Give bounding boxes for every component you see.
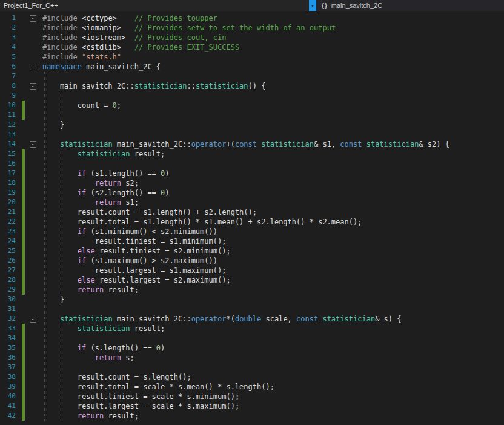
code-text[interactable]: statistician main_savitch_2C::operator+(… — [39, 139, 504, 149]
change-bar-gutter — [21, 149, 27, 159]
code-text[interactable]: } — [39, 120, 504, 130]
line-number: 14 — [0, 139, 21, 149]
code-text[interactable]: else result.tiniest = s2.minimum(); — [39, 246, 504, 256]
fold-gutter — [27, 33, 39, 42]
code-line: 29 return result; — [0, 285, 504, 295]
code-text[interactable]: #include "stats.h" — [39, 52, 504, 62]
code-text[interactable]: result.tiniest = scale * s.minimum(); — [39, 392, 504, 401]
code-text[interactable]: result.count = s1.length() + s2.length()… — [39, 207, 504, 217]
change-bar-gutter — [21, 62, 27, 72]
fold-gutter — [27, 198, 39, 207]
code-line: 34 — [0, 333, 504, 343]
code-text[interactable]: return s1; — [39, 198, 504, 207]
code-text[interactable]: result.largest = s1.maximum(); — [39, 266, 504, 275]
code-text[interactable]: result.largest = scale * s.maximum(); — [39, 401, 504, 411]
fold-collapse-icon[interactable]: - — [30, 15, 36, 22]
change-indicator — [22, 256, 25, 266]
code-text[interactable]: result.total = scale * s.mean() * s.leng… — [39, 382, 504, 392]
fold-gutter — [27, 207, 39, 217]
line-number: 5 — [0, 52, 21, 62]
change-bar-gutter — [21, 392, 27, 401]
fold-gutter: - — [27, 314, 39, 324]
code-text[interactable] — [39, 304, 504, 314]
line-number: 23 — [0, 227, 21, 236]
code-text[interactable]: count = 0; — [39, 101, 504, 110]
code-text[interactable]: result.total = s1.length() * s1.mean() +… — [39, 217, 504, 227]
line-number: 17 — [0, 169, 21, 178]
line-number: 34 — [0, 333, 21, 343]
code-text[interactable] — [39, 91, 504, 101]
code-line: 17 if (s1.length() == 0) — [0, 169, 504, 178]
code-text[interactable]: return s2; — [39, 178, 504, 188]
change-indicator — [22, 101, 25, 110]
fold-gutter: - — [27, 62, 39, 72]
code-text[interactable]: if (s2.length() == 0) — [39, 188, 504, 198]
code-text[interactable]: statistician result; — [39, 324, 504, 333]
change-bar-gutter — [21, 382, 27, 392]
code-line: 35 if (s.length() == 0) — [0, 343, 504, 353]
scope-dropdown[interactable]: {} main_savitch_2C — [316, 0, 504, 11]
code-text[interactable]: if (s.length() == 0) — [39, 343, 504, 353]
code-text[interactable] — [39, 363, 504, 372]
fold-gutter — [27, 363, 39, 372]
code-line: 23 if (s1.minimum() < s2.minimum()) — [0, 227, 504, 236]
code-text[interactable]: #include <iomanip> // Provides setw to s… — [39, 23, 504, 33]
code-text[interactable]: return result; — [39, 285, 504, 295]
change-bar-gutter — [21, 23, 27, 33]
code-text[interactable] — [39, 72, 504, 81]
change-bar-gutter — [21, 227, 27, 236]
line-number: 22 — [0, 217, 21, 227]
code-text[interactable]: statistician main_savitch_2C::operator*(… — [39, 314, 504, 324]
code-text[interactable]: namespace main_savitch_2C { — [39, 62, 504, 72]
code-line: 22 result.total = s1.length() * s1.mean(… — [0, 217, 504, 227]
line-number: 19 — [0, 188, 21, 198]
document-tab[interactable]: Project1_For_C++ — [0, 0, 309, 11]
fold-gutter — [27, 343, 39, 353]
fold-gutter — [27, 275, 39, 285]
line-number: 28 — [0, 275, 21, 285]
code-text[interactable] — [39, 333, 504, 343]
change-indicator — [22, 275, 25, 285]
code-text[interactable]: #include <iostream> // Provides cout, ci… — [39, 33, 504, 42]
code-text[interactable]: if (s1.minimum() < s2.minimum()) — [39, 227, 504, 236]
change-bar-gutter — [21, 353, 27, 363]
fold-gutter — [27, 236, 39, 246]
code-text[interactable]: main_savitch_2C::statistician::statistic… — [39, 81, 504, 91]
code-text[interactable] — [39, 159, 504, 169]
code-text[interactable]: return s; — [39, 353, 504, 363]
line-number: 11 — [0, 110, 21, 120]
code-text[interactable]: if (s1.length() == 0) — [39, 169, 504, 178]
fold-gutter — [27, 401, 39, 411]
code-text[interactable] — [39, 130, 504, 139]
code-line: 19 if (s2.length() == 0) — [0, 188, 504, 198]
fold-collapse-icon[interactable]: - — [30, 316, 36, 323]
code-text[interactable]: #include <cctype> // Provides toupper — [39, 13, 504, 23]
change-bar-gutter — [21, 120, 27, 130]
code-text[interactable]: return result; — [39, 411, 504, 421]
line-number: 18 — [0, 178, 21, 188]
line-number: 33 — [0, 324, 21, 333]
code-line: 30 } — [0, 295, 504, 304]
code-text[interactable]: #include <cstdlib> // Provides EXIT_SUCC… — [39, 42, 504, 52]
code-editor[interactable]: 1-#include <cctype> // Provides toupper2… — [0, 11, 504, 423]
fold-collapse-icon[interactable]: - — [30, 141, 36, 148]
code-text[interactable]: result.count = s.length(); — [39, 372, 504, 382]
fold-collapse-icon[interactable]: - — [30, 64, 36, 70]
code-text[interactable]: statistician result; — [39, 149, 504, 159]
change-bar-gutter — [21, 275, 27, 285]
line-number: 39 — [0, 382, 21, 392]
code-line: 5#include "stats.h" — [0, 52, 504, 62]
code-line: 39 result.total = scale * s.mean() * s.l… — [0, 382, 504, 392]
line-number: 35 — [0, 343, 21, 353]
fold-collapse-icon[interactable]: - — [30, 83, 36, 90]
line-number: 4 — [0, 42, 21, 52]
code-text[interactable]: } — [39, 295, 504, 304]
code-line: 26 if (s1.maximum() > s2.maximum()) — [0, 256, 504, 266]
code-text[interactable]: result.tiniest = s1.minimum(); — [39, 236, 504, 246]
change-bar-gutter — [21, 13, 27, 23]
change-bar-gutter — [21, 411, 27, 421]
code-text[interactable] — [39, 110, 504, 120]
code-text[interactable]: if (s1.maximum() > s2.maximum()) — [39, 256, 504, 266]
nav-dropdown-button[interactable]: ▾ — [309, 0, 316, 11]
code-text[interactable]: else result.largest = s2.maximum(); — [39, 275, 504, 285]
